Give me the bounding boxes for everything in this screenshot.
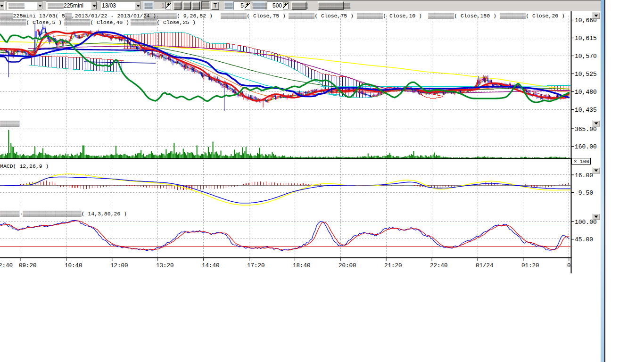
svg-text:-9.50: -9.50 <box>575 189 593 197</box>
svg-text:MACD( 12,26,9 ): MACD( 12,26,9 ) <box>0 163 49 169</box>
svg-text:160.00: 160.00 <box>575 143 597 150</box>
svg-text:▒▒▒▒▒▒▒▒( Close,20 ): ▒▒▒▒▒▒▒▒( Close,20 ) <box>500 13 565 19</box>
svg-text:365.00: 365.00 <box>575 126 597 133</box>
svg-text:▒▒▒▒▒▒▒▒( Close,25 ): ▒▒▒▒▒▒▒▒( Close,25 ) <box>131 19 196 25</box>
svg-text:16.00: 16.00 <box>575 172 593 179</box>
svg-text:10,570: 10,570 <box>575 53 597 60</box>
svg-text:▒▒▒▒▒▒▒▒( Close,75 ): ▒▒▒▒▒▒▒▒( Close,75 ) <box>289 13 354 19</box>
svg-text:12:00: 12:00 <box>110 263 128 269</box>
svg-text:10,480: 10,480 <box>575 89 597 96</box>
svg-text:21:20: 21:20 <box>384 263 402 269</box>
svg-text:20:00: 20:00 <box>339 263 356 269</box>
svg-text:2:40: 2:40 <box>0 263 13 269</box>
svg-text:22:40: 22:40 <box>430 263 448 269</box>
svg-text:01:20: 01:20 <box>521 263 539 269</box>
svg-text:▒▒▒▒▒▒▒▒( Close,150 ): ▒▒▒▒▒▒▒▒( Close,150 ) <box>428 13 496 19</box>
svg-text:01/24: 01/24 <box>476 263 494 269</box>
svg-text:▒▒▒▒▒▒▒▒( Close,75 ): ▒▒▒▒▒▒▒▒( Close,75 ) <box>221 13 286 19</box>
svg-text:14:40: 14:40 <box>202 263 220 269</box>
svg-text:× 100: × 100 <box>574 159 589 165</box>
svg-text:▒▒▒▒▒▒▒▒( Close,40 ): ▒▒▒▒▒▒▒▒( Close,40 ) <box>64 19 129 25</box>
svg-text:▒▒▒▒▒▒▒▒( Close,5 ): ▒▒▒▒▒▒▒▒( Close,5 ) <box>0 19 62 25</box>
svg-text:10,435: 10,435 <box>575 107 597 114</box>
svg-text:▒▒▒▒▒▒: ▒▒▒▒▒▒ <box>0 121 20 127</box>
svg-text:▒▒▒▒▒▒▒▒( Close,10 ): ▒▒▒▒▒▒▒▒( Close,10 ) <box>357 13 422 19</box>
svg-text:10:40: 10:40 <box>65 263 83 269</box>
svg-text:▒▒▒▒▒▒▒▒▒▒( 9,26,52 ): ▒▒▒▒▒▒▒▒▒▒( 9,26,52 ) <box>144 13 213 19</box>
svg-text:09:20: 09:20 <box>19 263 37 269</box>
svg-text:10,525: 10,525 <box>575 71 597 78</box>
svg-text:45.00: 45.00 <box>575 236 593 243</box>
svg-text:13:20: 13:20 <box>156 263 174 269</box>
svg-text:▒▒▒▒▒▒·▒▒▒▒▒▒▒▒▒▒▒▒▒▒▒▒▒▒( 14,: ▒▒▒▒▒▒·▒▒▒▒▒▒▒▒▒▒▒▒▒▒▒▒▒▒( 14,3,80,20 ) <box>0 211 127 217</box>
svg-text:▒▒▒▒225mini 13/03( 5▒▒,2013/01: ▒▒▒▒225mini 13/03( 5▒▒,2013/01/22 - 2013… <box>0 13 156 19</box>
svg-text:17:20: 17:20 <box>247 263 265 269</box>
svg-text:18:40: 18:40 <box>293 263 311 269</box>
svg-text:10,615: 10,615 <box>575 35 597 42</box>
